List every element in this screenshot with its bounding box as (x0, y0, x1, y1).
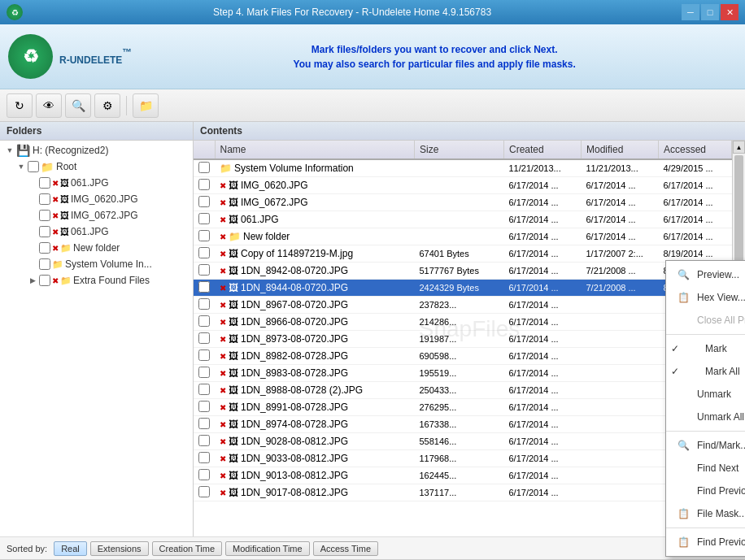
table-row[interactable]: ✖ 🖼 1DN_8944-08-0720.JPG 2424329 Bytes 6… (194, 280, 732, 297)
row-checkbox[interactable] (198, 418, 210, 429)
row-checkbox[interactable] (198, 213, 210, 224)
tree-item-4[interactable]: ✖ 📁 New folder (24, 240, 191, 256)
row-checkbox-cell[interactable] (194, 297, 215, 314)
table-row[interactable]: ✖ 🖼 Copy of 114897219-M.jpg 67401 Bytes … (194, 245, 732, 263)
table-row[interactable]: ✖ 🖼 1DN_8967-08-0720.JPG 237823... 6/17/… (194, 297, 732, 314)
menu-item-mark[interactable]: ✓ Mark (666, 337, 745, 360)
view-button[interactable]: 👁 (36, 93, 62, 118)
row-checkbox-cell[interactable] (194, 450, 215, 467)
menu-item-find-mark---[interactable]: 🔍 Find/Mark... Ctrl+F (666, 434, 745, 457)
sort-access-button[interactable]: Access Time (313, 541, 378, 556)
row-checkbox[interactable] (198, 332, 210, 344)
col-modified[interactable]: Modified (582, 141, 659, 159)
item2-checkbox[interactable] (39, 210, 50, 221)
menu-item-preview---[interactable]: 🔍 Preview... Ctrl+Q (666, 263, 745, 286)
table-row[interactable]: ✖ 🖼 1DN_8982-08-0728.JPG 690598... 6/17/… (194, 348, 732, 365)
root-checkbox[interactable] (28, 161, 39, 172)
row-checkbox-cell[interactable] (194, 211, 215, 228)
sort-extensions-button[interactable]: Extensions (90, 541, 149, 556)
row-checkbox-cell[interactable] (194, 263, 215, 280)
row-checkbox[interactable] (198, 384, 210, 395)
search-button[interactable]: 🔍 (65, 93, 91, 118)
tree-item-1[interactable]: ✖ 🖼 IMG_0620.JPG (24, 191, 191, 207)
row-checkbox-cell[interactable] (194, 467, 215, 484)
tree-item-2[interactable]: ✖ 🖼 IMG_0672.JPG (24, 207, 191, 224)
table-row[interactable]: 📁 System Volume Information 11/21/2013..… (194, 159, 732, 177)
col-size[interactable]: Size (415, 141, 504, 159)
tree-item-extra[interactable]: ▶ ✖ 📁 Extra Found Files (24, 272, 191, 289)
open-folder-button[interactable]: 📁 (133, 93, 159, 118)
row-checkbox-cell[interactable] (194, 416, 215, 433)
row-checkbox-cell[interactable] (194, 314, 215, 331)
col-created[interactable]: Created (504, 141, 582, 159)
table-row[interactable]: ✖ 🖼 1DN_8942-08-0720.JPG 5177767 Bytes 6… (194, 263, 732, 280)
sort-modification-button[interactable]: Modification Time (225, 541, 310, 556)
row-checkbox-cell[interactable] (194, 228, 215, 245)
row-checkbox-cell[interactable] (194, 194, 215, 211)
item4-checkbox[interactable] (39, 242, 50, 254)
tree-item-5[interactable]: 📁 System Volume In... (24, 256, 191, 272)
menu-item-unmark-all[interactable]: Unmark All (666, 406, 745, 428)
tree-item-0[interactable]: ✖ 🖼 061.JPG (24, 175, 191, 191)
table-row[interactable]: ✖ 🖼 1DN_8966-08-0720.JPG 214286... 6/17/… (194, 314, 732, 331)
row-checkbox-cell[interactable] (194, 484, 215, 501)
sort-real-button[interactable]: Real (54, 541, 87, 556)
row-checkbox-cell[interactable] (194, 280, 215, 297)
row-checkbox-cell[interactable] (194, 399, 215, 416)
expand-drive[interactable]: ▼ (3, 144, 16, 157)
item5-checkbox[interactable] (39, 258, 50, 270)
row-checkbox[interactable] (198, 435, 210, 446)
col-accessed[interactable]: Accessed (659, 141, 732, 159)
menu-item-find-previous-version-of-the-file[interactable]: 📋 Find Previous Version of the File (666, 531, 745, 553)
row-checkbox-cell[interactable] (194, 245, 215, 263)
table-row[interactable]: ✖ 🖼 1DN_8973-08-0720.JPG 191987... 6/17/… (194, 331, 732, 348)
table-row[interactable]: ✖ 🖼 IMG_0672.JPG 6/17/2014 ... 6/17/2014… (194, 194, 732, 211)
menu-item-unmark[interactable]: Unmark (666, 383, 745, 406)
row-checkbox[interactable] (198, 247, 210, 258)
tree-item-root[interactable]: ▼ 📁 Root (13, 158, 191, 175)
row-checkbox[interactable] (198, 401, 210, 412)
tree-item-3[interactable]: ✖ 🖼 061.JPG (24, 224, 191, 240)
table-row[interactable]: ✖ 🖼 1DN_9013-08-0812.JPG 162445... 6/17/… (194, 467, 732, 484)
row-checkbox[interactable] (198, 179, 210, 190)
table-row[interactable]: ✖ 🖼 1DN_8983-08-0728.JPG 195519... 6/17/… (194, 365, 732, 382)
row-checkbox[interactable] (198, 315, 210, 327)
table-row[interactable]: ✖ 🖼 1DN_8988-08-0728 (2).JPG 250433... 6… (194, 382, 732, 399)
folder-tree[interactable]: ▼ 💾 H: (Recognized2) ▼ 📁 Root ✖ (0, 141, 193, 536)
row-checkbox[interactable] (198, 367, 210, 378)
row-checkbox-cell[interactable] (194, 177, 215, 194)
tree-item-drive[interactable]: ▼ 💾 H: (Recognized2) (2, 142, 191, 158)
table-row[interactable]: ✖ 🖼 1DN_9017-08-0812.JPG 137117... 6/17/… (194, 484, 732, 501)
row-checkbox-cell[interactable] (194, 331, 215, 348)
menu-item-file-mask---[interactable]: 📋 File Mask... Ctrl+M (666, 502, 745, 525)
sort-creation-button[interactable]: Creation Time (152, 541, 222, 556)
col-name[interactable]: Name (215, 141, 415, 159)
table-row[interactable]: ✖ 🖼 061.JPG 6/17/2014 ... 6/17/2014 ... … (194, 211, 732, 228)
row-checkbox-cell[interactable] (194, 365, 215, 382)
row-checkbox-cell[interactable] (194, 348, 215, 365)
table-row[interactable]: ✖ 🖼 1DN_9028-08-0812.JPG 558146... 6/17/… (194, 433, 732, 450)
item0-checkbox[interactable] (39, 177, 50, 189)
row-checkbox[interactable] (198, 162, 210, 173)
item3-checkbox[interactable] (39, 226, 50, 237)
refresh-button[interactable]: ↻ (7, 93, 33, 118)
row-checkbox[interactable] (198, 264, 210, 276)
table-row[interactable]: ✖ 🖼 1DN_8991-08-0728.JPG 276295... 6/17/… (194, 399, 732, 416)
row-checkbox[interactable] (198, 349, 210, 361)
row-checkbox[interactable] (198, 486, 210, 497)
row-checkbox[interactable] (198, 298, 210, 310)
table-row[interactable]: ✖ 🖼 IMG_0620.JPG 6/17/2014 ... 6/17/2014… (194, 177, 732, 194)
row-checkbox[interactable] (198, 281, 210, 293)
item1-checkbox[interactable] (39, 193, 50, 205)
row-checkbox[interactable] (198, 469, 210, 480)
row-checkbox-cell[interactable] (194, 159, 215, 177)
row-checkbox-cell[interactable] (194, 433, 215, 450)
table-row[interactable]: ✖ 🖼 1DN_9033-08-0812.JPG 117968... 6/17/… (194, 450, 732, 467)
extra-checkbox[interactable] (39, 275, 50, 286)
menu-item-mark-all[interactable]: ✓ Mark All (666, 360, 745, 383)
menu-item-find-next[interactable]: Find Next F3 (666, 457, 745, 480)
contents-table-scroll[interactable]: Name Size Created Modified Accessed 📁 Sy… (194, 141, 732, 536)
row-checkbox[interactable] (198, 196, 210, 207)
menu-item-hex-view---[interactable]: 📋 Hex View... Ctrl+E (666, 286, 745, 309)
row-checkbox[interactable] (198, 452, 210, 463)
